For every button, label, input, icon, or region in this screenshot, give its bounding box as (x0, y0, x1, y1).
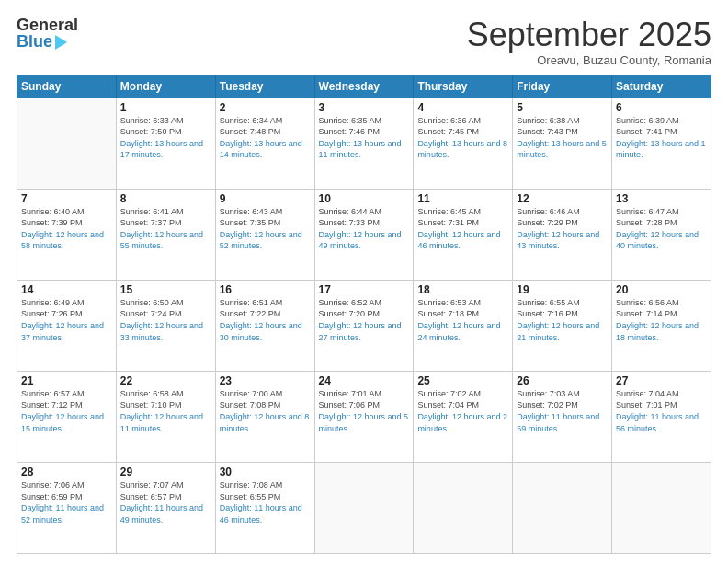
daylight-text: Daylight: 11 hours and 59 minutes. (517, 412, 599, 433)
table-row: 16Sunrise: 6:51 AMSunset: 7:22 PMDayligh… (215, 280, 314, 371)
sunset-text: Sunset: 7:43 PM (517, 127, 578, 136)
sunrise-text: Sunrise: 6:33 AM (120, 116, 184, 125)
sunrise-text: Sunrise: 6:57 AM (21, 389, 85, 398)
table-row: 17Sunrise: 6:52 AMSunset: 7:20 PMDayligh… (314, 280, 414, 371)
table-row (414, 462, 513, 553)
day-number: 20 (616, 283, 707, 296)
cell-info: Sunrise: 6:39 AMSunset: 7:41 PMDaylight:… (616, 115, 707, 161)
sunset-text: Sunset: 7:48 PM (220, 127, 281, 136)
cell-info: Sunrise: 6:40 AMSunset: 7:39 PMDaylight:… (21, 206, 112, 252)
sunrise-text: Sunrise: 6:43 AM (220, 207, 283, 216)
daylight-text: Daylight: 12 hours and 27 minutes. (319, 321, 402, 342)
day-number: 27 (616, 374, 707, 387)
table-row: 1Sunrise: 6:33 AMSunset: 7:50 PMDaylight… (116, 98, 215, 189)
cell-info: Sunrise: 7:03 AMSunset: 7:02 PMDaylight:… (517, 388, 608, 434)
sunrise-text: Sunrise: 6:50 AM (120, 298, 184, 307)
col-wednesday: Wednesday (314, 75, 414, 98)
daylight-text: Daylight: 13 hours and 11 minutes. (319, 139, 402, 160)
cell-info: Sunrise: 6:56 AMSunset: 7:14 PMDaylight:… (616, 297, 707, 343)
calendar-week-row: 14Sunrise: 6:49 AMSunset: 7:26 PMDayligh… (17, 280, 711, 371)
daylight-text: Daylight: 12 hours and 58 minutes. (21, 230, 104, 251)
day-number: 24 (319, 374, 410, 387)
cell-info: Sunrise: 6:57 AMSunset: 7:12 PMDaylight:… (21, 388, 112, 434)
table-row: 25Sunrise: 7:02 AMSunset: 7:04 PMDayligh… (414, 371, 513, 462)
cell-info: Sunrise: 6:41 AMSunset: 7:37 PMDaylight:… (120, 206, 211, 252)
logo-general: General (17, 17, 78, 33)
day-number: 11 (417, 192, 508, 205)
sunset-text: Sunset: 7:45 PM (417, 127, 479, 136)
sunrise-text: Sunrise: 6:46 AM (517, 207, 580, 216)
col-saturday: Saturday (612, 75, 711, 98)
daylight-text: Daylight: 12 hours and 52 minutes. (220, 230, 302, 251)
day-number: 16 (220, 283, 311, 296)
table-row: 10Sunrise: 6:44 AMSunset: 7:33 PMDayligh… (314, 189, 414, 280)
logo-blue: Blue (17, 33, 52, 50)
table-row: 3Sunrise: 6:35 AMSunset: 7:46 PMDaylight… (314, 98, 414, 189)
daylight-text: Daylight: 12 hours and 5 minutes. (319, 412, 409, 433)
day-number: 8 (120, 192, 211, 205)
day-number: 15 (120, 283, 211, 296)
table-row: 28Sunrise: 7:06 AMSunset: 6:59 PMDayligh… (17, 462, 117, 553)
title-area: September 2025 Oreavu, Buzau County, Rom… (467, 17, 711, 67)
sunrise-text: Sunrise: 6:38 AM (517, 116, 580, 125)
day-number: 12 (517, 192, 608, 205)
sunrise-text: Sunrise: 6:34 AM (220, 116, 283, 125)
sunrise-text: Sunrise: 7:01 AM (319, 389, 382, 398)
day-number: 5 (517, 101, 608, 114)
table-row: 6Sunrise: 6:39 AMSunset: 7:41 PMDaylight… (612, 98, 711, 189)
table-row: 13Sunrise: 6:47 AMSunset: 7:28 PMDayligh… (612, 189, 711, 280)
daylight-text: Daylight: 12 hours and 37 minutes. (21, 321, 104, 342)
table-row: 11Sunrise: 6:45 AMSunset: 7:31 PMDayligh… (414, 189, 513, 280)
daylight-text: Daylight: 12 hours and 2 minutes. (417, 412, 507, 433)
sunset-text: Sunset: 7:16 PM (517, 309, 578, 318)
sunset-text: Sunset: 6:55 PM (220, 492, 281, 501)
cell-info: Sunrise: 6:51 AMSunset: 7:22 PMDaylight:… (220, 297, 311, 343)
daylight-text: Daylight: 12 hours and 30 minutes. (220, 321, 302, 342)
sunrise-text: Sunrise: 6:52 AM (319, 298, 382, 307)
calendar-week-row: 1Sunrise: 6:33 AMSunset: 7:50 PMDaylight… (17, 98, 711, 189)
table-row: 4Sunrise: 6:36 AMSunset: 7:45 PMDaylight… (414, 98, 513, 189)
table-row: 7Sunrise: 6:40 AMSunset: 7:39 PMDaylight… (17, 189, 117, 280)
sunset-text: Sunset: 7:04 PM (417, 400, 479, 409)
sunset-text: Sunset: 7:33 PM (319, 218, 381, 227)
day-number: 30 (220, 465, 311, 478)
daylight-text: Daylight: 12 hours and 40 minutes. (616, 230, 699, 251)
daylight-text: Daylight: 13 hours and 8 minutes. (417, 139, 507, 160)
sunset-text: Sunset: 6:59 PM (21, 492, 83, 501)
sunrise-text: Sunrise: 6:55 AM (517, 298, 580, 307)
day-number: 9 (220, 192, 311, 205)
sunset-text: Sunset: 7:14 PM (616, 309, 677, 318)
cell-info: Sunrise: 6:35 AMSunset: 7:46 PMDaylight:… (319, 115, 410, 161)
day-number: 25 (417, 374, 508, 387)
sunset-text: Sunset: 7:29 PM (517, 218, 578, 227)
table-row: 23Sunrise: 7:00 AMSunset: 7:08 PMDayligh… (215, 371, 314, 462)
calendar-week-row: 7Sunrise: 6:40 AMSunset: 7:39 PMDaylight… (17, 189, 711, 280)
page: General Blue September 2025 Oreavu, Buza… (0, 0, 728, 563)
daylight-text: Daylight: 12 hours and 8 minutes. (220, 412, 310, 433)
sunrise-text: Sunrise: 6:58 AM (120, 389, 184, 398)
sunrise-text: Sunrise: 7:02 AM (417, 389, 481, 398)
day-number: 26 (517, 374, 608, 387)
sunrise-text: Sunrise: 6:56 AM (616, 298, 679, 307)
daylight-text: Daylight: 11 hours and 49 minutes. (120, 503, 203, 524)
sunrise-text: Sunrise: 7:08 AM (220, 480, 283, 489)
table-row: 15Sunrise: 6:50 AMSunset: 7:24 PMDayligh… (116, 280, 215, 371)
cell-info: Sunrise: 6:34 AMSunset: 7:48 PMDaylight:… (220, 115, 311, 161)
cell-info: Sunrise: 6:52 AMSunset: 7:20 PMDaylight:… (319, 297, 410, 343)
calendar-table: Sunday Monday Tuesday Wednesday Thursday… (17, 75, 711, 554)
daylight-text: Daylight: 11 hours and 56 minutes. (616, 412, 699, 433)
day-number: 7 (21, 192, 112, 205)
sunset-text: Sunset: 7:41 PM (616, 127, 677, 136)
day-number: 28 (21, 465, 112, 478)
logo: General Blue (17, 17, 78, 50)
sunset-text: Sunset: 7:02 PM (517, 400, 578, 409)
day-number: 19 (517, 283, 608, 296)
sunset-text: Sunset: 7:24 PM (120, 309, 182, 318)
cell-info: Sunrise: 7:06 AMSunset: 6:59 PMDaylight:… (21, 479, 112, 525)
daylight-text: Daylight: 12 hours and 11 minutes. (120, 412, 203, 433)
sunset-text: Sunset: 7:18 PM (417, 309, 479, 318)
daylight-text: Daylight: 12 hours and 46 minutes. (417, 230, 500, 251)
sunset-text: Sunset: 7:37 PM (120, 218, 182, 227)
sunrise-text: Sunrise: 6:36 AM (417, 116, 481, 125)
sunset-text: Sunset: 7:10 PM (120, 400, 182, 409)
